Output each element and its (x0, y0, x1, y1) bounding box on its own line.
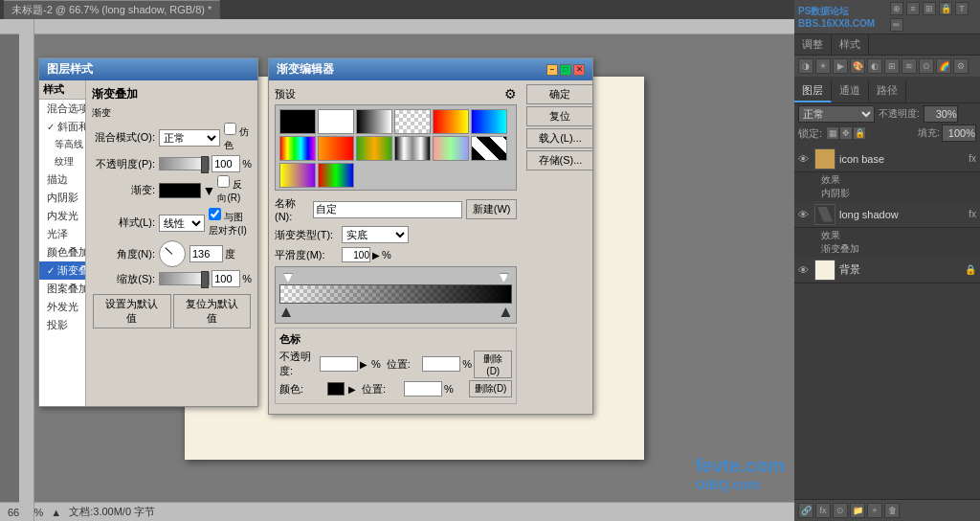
panel-tool-4[interactable]: 🔒 (939, 2, 952, 15)
adj-icon-2[interactable]: ☀ (815, 58, 831, 74)
angle-input[interactable] (189, 245, 223, 262)
tab-paths[interactable]: 路径 (869, 80, 906, 102)
lock-icon-2[interactable]: ✥ (839, 126, 853, 140)
gradient-presets-area[interactable] (275, 104, 517, 191)
preset-swatch-rainbow[interactable] (279, 136, 316, 161)
adj-icon-1[interactable]: ◑ (798, 58, 813, 74)
opacity-stop-input[interactable] (320, 356, 358, 372)
style-select[interactable]: 线性 (159, 215, 205, 232)
preset-swatch-or[interactable] (318, 136, 354, 161)
blending-options[interactable]: 混合选项:自定 (39, 100, 85, 118)
preset-swatch-chrome[interactable] (394, 136, 431, 161)
gradient-bar[interactable] (279, 284, 512, 304)
preset-swatch-transparent[interactable] (394, 109, 431, 134)
ls-item-inner-glow[interactable]: 内发光 (39, 207, 85, 225)
add-mask-icon[interactable]: ⊙ (833, 503, 848, 518)
layer-row-long-shadow[interactable]: 👁 long shadow fx (794, 201, 980, 228)
minimize-button[interactable]: − (546, 64, 558, 76)
align-checkbox[interactable] (209, 208, 221, 220)
ls-item-drop-shadow[interactable]: 投影 (39, 316, 85, 334)
preset-swatch-white[interactable] (318, 109, 354, 134)
ls-item-pattern-overlay[interactable]: 图案叠加 (39, 280, 85, 298)
panel-tool-1[interactable]: ⊕ (890, 2, 903, 15)
color-pos-input[interactable] (404, 381, 442, 396)
maximize-button[interactable]: □ (560, 64, 571, 76)
add-group-icon[interactable]: 📁 (850, 503, 865, 518)
preset-swatch-copper[interactable] (356, 136, 392, 161)
adj-icon-4[interactable]: 🎨 (850, 58, 865, 74)
layer-row-background[interactable]: 👁 背景 🔒 (794, 257, 980, 283)
tab-style[interactable]: 样式 (832, 34, 869, 55)
layer-blend-mode-select[interactable]: 正常 (798, 105, 875, 123)
fill-input[interactable] (942, 125, 976, 142)
lock-icon-3[interactable]: 🔒 (853, 126, 866, 140)
opacity-stop-left[interactable] (283, 273, 293, 283)
color-delete-button[interactable]: 删除(D) (469, 380, 513, 397)
ok-button[interactable]: 确定 (526, 84, 593, 104)
tab-layers[interactable]: 图层 (794, 80, 832, 102)
ls-item-texture[interactable]: 纹理 (39, 153, 85, 170)
gradient-name-input[interactable] (313, 201, 462, 218)
adj-icon-8[interactable]: ⊙ (919, 58, 934, 74)
set-default-btn[interactable]: 设置为默认值 (93, 294, 171, 328)
reset-default-btn[interactable]: 复位为默认值 (173, 294, 252, 328)
presets-gear-icon[interactable]: ⚙ (504, 86, 517, 102)
scale-slider[interactable] (159, 272, 210, 285)
smoothness-input[interactable] (342, 247, 370, 262)
add-link-icon[interactable]: 🔗 (798, 503, 813, 518)
ls-item-satin[interactable]: 光泽 (39, 225, 85, 243)
save-button[interactable]: 存储(S)... (526, 150, 593, 170)
preset-swatch-black[interactable] (279, 109, 316, 134)
opacity-stops-area[interactable] (279, 271, 512, 283)
ls-item-bevel[interactable]: 斜面和浮雕 (39, 118, 85, 136)
cancel-button[interactable]: 复位 (526, 106, 593, 126)
delete-layer-icon[interactable]: 🗑 (884, 503, 900, 518)
gradient-preview[interactable] (159, 183, 201, 198)
angle-circle[interactable] (159, 240, 186, 267)
tab-adjustment[interactable]: 调整 (794, 34, 832, 55)
close-button[interactable]: ✕ (573, 64, 585, 76)
gradient-dropdown-icon[interactable]: ▼ (203, 183, 216, 198)
layer-eye-icon-base[interactable]: 👁 (798, 153, 812, 165)
reverse-checkbox[interactable] (217, 175, 230, 188)
dither-checkbox[interactable] (224, 123, 236, 135)
gradient-type-select[interactable]: 实底 (342, 226, 409, 243)
layer-row-icon-base[interactable]: 👁 icon base fx (794, 146, 980, 172)
ls-item-inner-shadow[interactable]: 内阴影 (39, 189, 85, 207)
adj-icon-5[interactable]: ◐ (867, 58, 882, 74)
opacity-pos-input[interactable] (422, 356, 460, 372)
ls-item-color-overlay[interactable]: 颜色叠加 (39, 243, 85, 261)
adj-icon-9[interactable]: 🌈 (936, 58, 951, 74)
adj-icon-10[interactable]: ⚙ (953, 58, 969, 74)
ls-item-outer-glow[interactable]: 外发光 (39, 298, 85, 316)
layer-eye-long-shadow[interactable]: 👁 (798, 209, 812, 220)
ls-item-stroke[interactable]: 描边 (39, 170, 85, 189)
color-stop-left[interactable] (281, 307, 291, 317)
panel-tool-2[interactable]: ≡ (906, 2, 920, 15)
panel-tool-3[interactable]: ⊞ (923, 2, 936, 15)
preset-swatch-bw[interactable] (356, 109, 392, 134)
adj-icon-3[interactable]: ▶ (833, 58, 848, 74)
smoothness-arrow[interactable]: ▶ (372, 250, 380, 260)
preset-swatch-bc[interactable] (471, 109, 507, 134)
tab-channels[interactable]: 通道 (832, 80, 869, 102)
adj-icon-7[interactable]: ≋ (902, 58, 917, 74)
preset-swatch-yv[interactable] (279, 163, 316, 188)
load-button[interactable]: 载入(L)... (526, 128, 593, 148)
blend-mode-select[interactable]: 正常 (159, 129, 220, 147)
ls-item-gradient-overlay[interactable]: 渐变叠加 (39, 261, 85, 280)
panel-tool-6[interactable]: ✏ (890, 18, 903, 32)
new-gradient-button[interactable]: 新建(W) (466, 199, 518, 219)
lock-icon-1[interactable]: ▦ (826, 126, 839, 140)
color-stops-area[interactable] (279, 306, 512, 319)
scale-input[interactable] (212, 270, 240, 287)
document-tab[interactable]: 未标题-2 @ 66.7% (long shadow, RGB/8) * (4, 0, 220, 19)
layer-eye-background[interactable]: 👁 (798, 264, 812, 276)
color-swatch[interactable] (327, 382, 345, 396)
preset-swatch-ry[interactable] (433, 109, 469, 134)
layer-opacity-input[interactable] (924, 105, 958, 123)
color-stop-right[interactable] (501, 307, 510, 317)
preset-swatch-rgb[interactable] (318, 163, 354, 188)
adj-icon-6[interactable]: ⊞ (884, 58, 900, 74)
opacity-input[interactable] (212, 155, 240, 172)
